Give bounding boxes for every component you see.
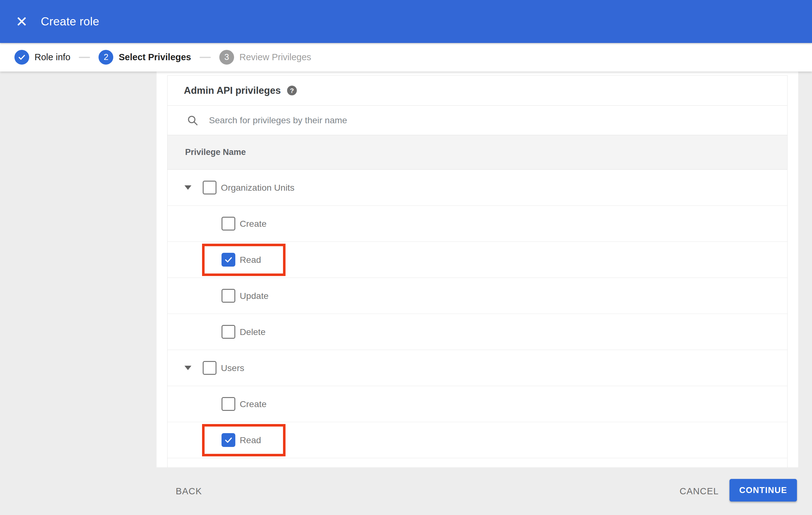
privilege-label: Create [240, 219, 267, 229]
back-button[interactable]: BACK [171, 483, 206, 499]
clipped-row [168, 458, 787, 467]
checkbox-users[interactable] [203, 361, 216, 375]
privilege-label: Delete [240, 327, 265, 337]
privilege-label: Update [240, 291, 268, 301]
check-icon [224, 435, 233, 445]
check-icon [18, 53, 26, 61]
checkbox-create-users[interactable] [222, 397, 235, 411]
stepper: Role info 2 Select Privileges 3 Review P… [0, 43, 812, 71]
collapse-arrow-icon[interactable] [184, 185, 192, 190]
step-number-badge: 2 [98, 50, 113, 65]
search-row [168, 106, 787, 135]
close-icon[interactable]: ✕ [14, 14, 29, 29]
right-gutter [787, 71, 798, 467]
step-review-privileges[interactable]: 3 Review Privileges [219, 50, 311, 65]
checkbox-delete[interactable] [222, 325, 235, 339]
help-icon[interactable]: ? [287, 86, 297, 95]
step-role-info[interactable]: Role info [14, 50, 70, 65]
checkbox-read[interactable] [222, 253, 235, 267]
table-row: Organization Units [168, 170, 787, 206]
table-row: Users [168, 350, 787, 386]
table-row: Read [168, 242, 787, 278]
privilege-label: Read [240, 255, 261, 265]
privilege-label: Read [240, 435, 261, 445]
checkbox-update[interactable] [222, 289, 235, 303]
table-row: Update [168, 278, 787, 314]
search-icon [187, 115, 198, 126]
step-connector [79, 57, 90, 58]
continue-button[interactable]: CONTINUE [729, 479, 797, 502]
section-title: Admin API privileges [184, 85, 281, 96]
checkbox-organization-units[interactable] [203, 181, 216, 194]
check-icon [224, 255, 233, 264]
step-number-badge: 3 [219, 50, 234, 65]
step-complete-check-icon [14, 50, 29, 65]
checkbox-read-users[interactable] [222, 433, 235, 447]
appbar: ✕ Create role [0, 0, 812, 43]
step-label: Review Privileges [239, 52, 311, 62]
cancel-button[interactable]: CANCEL [675, 483, 723, 499]
table-row: Create [168, 206, 787, 242]
step-label: Role info [34, 52, 70, 62]
footer-bar: BACK CANCEL CONTINUE [0, 467, 812, 515]
privilege-label: Users [221, 363, 244, 373]
step-label: Select Privileges [119, 52, 191, 62]
dialog-title: Create role [41, 15, 99, 28]
privilege-label: Create [240, 399, 267, 409]
card-title-row: Admin API privileges ? [168, 75, 787, 106]
step-select-privileges[interactable]: 2 Select Privileges [98, 50, 191, 65]
right-side-panel [798, 71, 812, 467]
column-header-privilege-name: Privilege Name [185, 147, 246, 157]
table-row: Create [168, 386, 787, 422]
checkbox-create[interactable] [222, 217, 235, 231]
content-area: Admin API privileges ? Privilege Name Or… [0, 71, 812, 467]
privilege-label: Organization Units [221, 183, 294, 193]
table-row: Delete [168, 314, 787, 350]
search-input[interactable] [208, 115, 679, 126]
step-connector [200, 57, 211, 58]
left-side-panel [0, 71, 156, 467]
left-gutter [156, 71, 167, 467]
table-header: Privilege Name [168, 135, 787, 170]
collapse-arrow-icon[interactable] [184, 366, 192, 370]
privileges-card: Admin API privileges ? Privilege Name Or… [167, 75, 787, 467]
table-row: Read [168, 422, 787, 458]
